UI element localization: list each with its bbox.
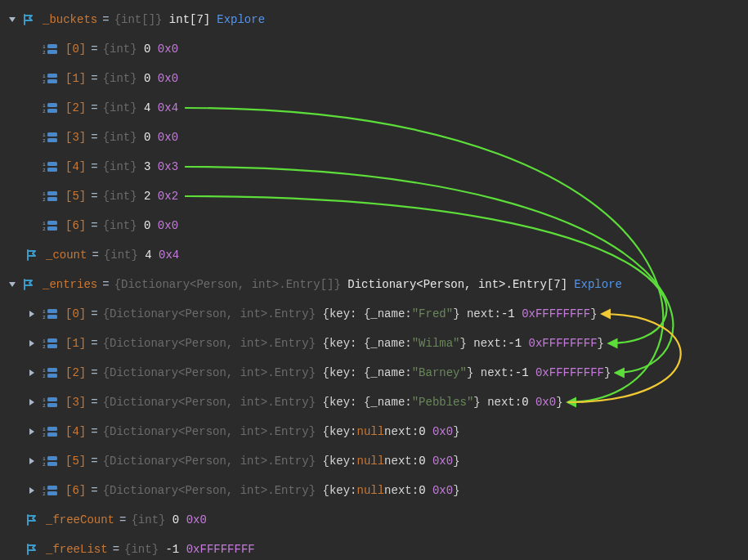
svg-rect-31 (47, 315, 57, 319)
svg-rect-14 (47, 132, 57, 137)
count-row[interactable]: _count = {int} 4 0x4 (0, 240, 748, 270)
svg-rect-2 (47, 44, 57, 48)
buckets-row[interactable]: _buckets = {int[]} int[7] Explore (0, 5, 748, 34)
entry-item[interactable]: 12 [3] = {Dictionary<Person, int>.Entry}… (0, 388, 748, 417)
chevron-right-icon[interactable] (26, 398, 38, 406)
flag-icon (23, 279, 34, 290)
variable-icon: 12 (43, 220, 57, 231)
svg-text:1: 1 (43, 427, 46, 432)
entry-item[interactable]: 12 [0] = {Dictionary<Person, int>.Entry}… (0, 299, 748, 329)
svg-rect-22 (47, 191, 57, 195)
variable-icon: 12 (43, 73, 57, 84)
svg-rect-11 (47, 109, 57, 113)
svg-rect-26 (47, 221, 57, 225)
variable-icon: 12 (43, 132, 57, 143)
svg-text:2: 2 (43, 50, 46, 55)
svg-rect-35 (47, 344, 57, 348)
variable-icon: 12 (43, 338, 57, 349)
entry-item[interactable]: 12 [6] = {Dictionary<Person, int>.Entry}… (0, 476, 748, 505)
entry-item[interactable]: 12 [2] = {Dictionary<Person, int>.Entry}… (0, 358, 748, 388)
svg-rect-3 (47, 50, 57, 54)
entry-item[interactable]: 12 [4] = {Dictionary<Person, int>.Entry}… (0, 417, 748, 446)
svg-text:2: 2 (43, 432, 46, 437)
svg-text:2: 2 (43, 344, 46, 349)
chevron-right-icon[interactable] (26, 310, 38, 318)
svg-rect-54 (47, 486, 57, 490)
svg-rect-34 (47, 338, 57, 343)
svg-text:1: 1 (43, 74, 46, 79)
freecount-row[interactable]: _freeCount = {int} 0 0x0 (0, 505, 748, 535)
freelist-row[interactable]: _freeList = {int} -1 0xFFFFFFFF (0, 535, 748, 560)
variable-icon: 12 (43, 161, 57, 172)
svg-rect-15 (47, 138, 57, 142)
bucket-item[interactable]: 12 [2] = {int} 4 0x4 (0, 93, 748, 123)
bucket-item[interactable]: 12 [1] = {int} 0 0x0 (0, 64, 748, 93)
svg-rect-7 (47, 79, 57, 83)
svg-rect-46 (47, 427, 57, 431)
variable-icon: 12 (43, 485, 57, 496)
chevron-right-icon[interactable] (26, 339, 38, 347)
svg-text:2: 2 (43, 168, 46, 172)
chevron-down-icon[interactable] (7, 280, 18, 289)
bucket-item[interactable]: 12 [6] = {int} 0 0x0 (0, 211, 748, 240)
svg-text:2: 2 (43, 462, 46, 467)
variable-icon: 12 (43, 455, 57, 467)
svg-rect-55 (47, 491, 57, 495)
variable-icon: 12 (43, 102, 57, 114)
entry-item[interactable]: 12 [1] = {Dictionary<Person, int>.Entry}… (0, 329, 748, 358)
chevron-right-icon[interactable] (26, 457, 38, 465)
svg-rect-19 (47, 168, 57, 172)
svg-text:1: 1 (43, 397, 46, 403)
svg-rect-50 (47, 456, 57, 460)
flag-icon (26, 544, 38, 555)
svg-rect-38 (47, 368, 57, 372)
flag-icon (26, 514, 38, 526)
svg-text:2: 2 (43, 374, 46, 379)
svg-text:2: 2 (43, 491, 46, 496)
variable-icon: 12 (43, 190, 57, 202)
svg-text:1: 1 (43, 162, 46, 168)
svg-rect-51 (47, 462, 57, 466)
svg-text:2: 2 (43, 315, 46, 320)
chevron-down-icon[interactable] (7, 16, 18, 24)
variable-icon: 12 (43, 43, 57, 55)
svg-rect-42 (47, 397, 57, 401)
svg-text:1: 1 (43, 132, 46, 138)
svg-text:2: 2 (43, 79, 46, 84)
svg-text:1: 1 (43, 309, 46, 315)
field-name: _buckets (43, 11, 97, 29)
bucket-item[interactable]: 12 [0] = {int} 0 0x0 (0, 34, 748, 64)
svg-text:1: 1 (43, 338, 46, 344)
svg-text:1: 1 (43, 368, 46, 374)
svg-text:2: 2 (43, 197, 46, 202)
bucket-item[interactable]: 12 [3] = {int} 0 0x0 (0, 123, 748, 152)
svg-text:2: 2 (43, 138, 46, 143)
svg-rect-39 (47, 374, 57, 378)
variable-icon: 12 (43, 426, 57, 437)
explore-link[interactable]: Explore (574, 276, 622, 293)
svg-text:1: 1 (43, 456, 46, 462)
svg-rect-23 (47, 197, 57, 201)
chevron-right-icon[interactable] (26, 428, 38, 436)
variable-icon: 12 (43, 367, 57, 379)
svg-text:1: 1 (43, 486, 46, 491)
svg-text:1: 1 (43, 103, 46, 109)
svg-text:2: 2 (43, 109, 46, 114)
svg-rect-10 (47, 103, 57, 107)
bucket-item[interactable]: 12 [4] = {int} 3 0x3 (0, 152, 748, 181)
flag-icon (23, 14, 34, 25)
chevron-right-icon[interactable] (26, 369, 38, 377)
entry-item[interactable]: 12 [5] = {Dictionary<Person, int>.Entry}… (0, 446, 748, 476)
chevron-right-icon[interactable] (26, 486, 38, 495)
svg-text:1: 1 (43, 221, 46, 226)
svg-text:1: 1 (43, 191, 46, 197)
bucket-item[interactable]: 12 [5] = {int} 2 0x2 (0, 181, 748, 211)
explore-link[interactable]: Explore (217, 11, 265, 29)
svg-rect-6 (47, 74, 57, 78)
entries-row[interactable]: _entries = {Dictionary<Person, int>.Entr… (0, 270, 748, 299)
svg-text:1: 1 (43, 44, 46, 50)
variable-icon: 12 (43, 396, 57, 408)
svg-rect-47 (47, 432, 57, 437)
svg-rect-18 (47, 162, 57, 166)
svg-text:2: 2 (43, 226, 46, 231)
